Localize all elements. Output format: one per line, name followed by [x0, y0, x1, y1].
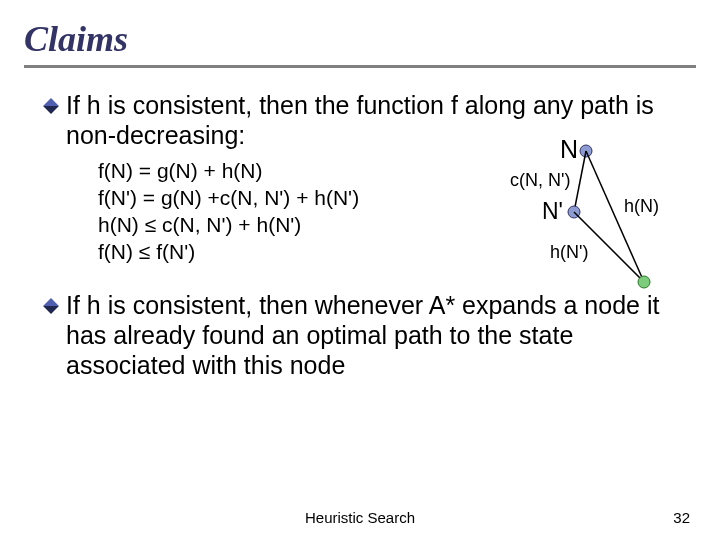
slide-title: Claims — [24, 18, 696, 60]
consistency-diagram: N c(N, N') N' h(N) h(N') — [464, 122, 674, 302]
eq-line-1: f(N) = g(N) + h(N) — [98, 159, 263, 182]
eq-line-4: f(N) ≤ f(N') — [98, 240, 195, 263]
bullet-2-text: If h is consistent, then whenever A* exp… — [66, 290, 696, 380]
slide: Claims If h is consistent, then the func… — [0, 0, 720, 540]
footer-page-number: 32 — [673, 509, 690, 526]
footer-center: Heuristic Search — [0, 509, 720, 526]
bullet-item-2: If h is consistent, then whenever A* exp… — [44, 290, 696, 380]
equations-and-diagram: f(N) = g(N) + h(N) f(N') = g(N) +c(N, N'… — [44, 158, 696, 266]
diamond-bullet-icon — [43, 98, 59, 114]
slide-content: If h is consistent, then the function f … — [24, 90, 696, 380]
title-underline — [24, 65, 696, 68]
label-n: N — [560, 135, 578, 164]
label-hn: h(N) — [624, 196, 659, 217]
equations-block: f(N) = g(N) + h(N) f(N') = g(N) +c(N, N'… — [98, 158, 359, 266]
label-hnp: h(N') — [550, 242, 588, 263]
eq-line-3: h(N) ≤ c(N, N') + h(N') — [98, 213, 301, 236]
diamond-bullet-icon — [43, 298, 59, 314]
label-np: N' — [542, 198, 563, 225]
label-cnnp: c(N, N') — [510, 170, 570, 191]
eq-line-2: f(N') = g(N) +c(N, N') + h(N') — [98, 186, 359, 209]
node-goal-icon — [638, 276, 650, 288]
